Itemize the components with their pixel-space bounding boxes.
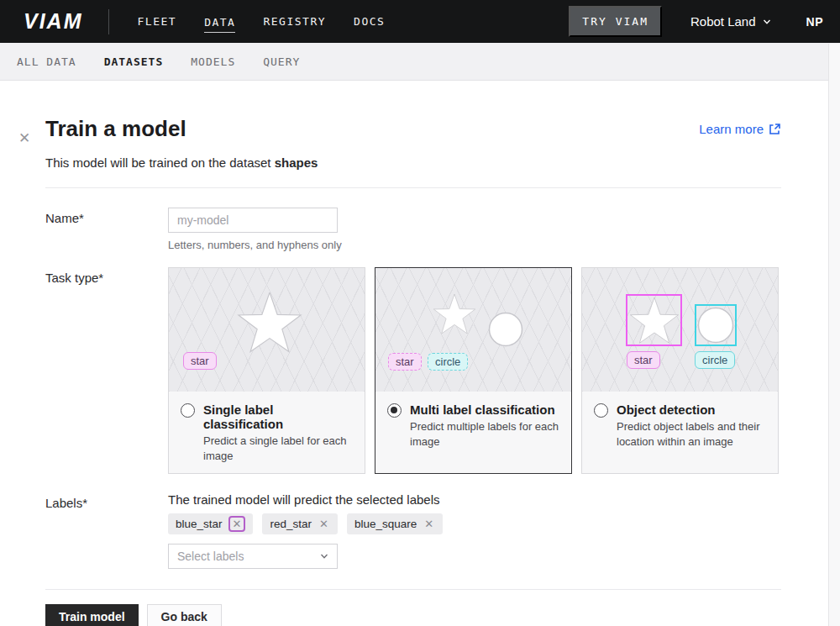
- train-model-button[interactable]: Train model: [45, 604, 139, 626]
- circle-shape: [488, 312, 523, 347]
- name-field-label: Name*: [45, 208, 168, 251]
- org-switcher[interactable]: Robot Land: [690, 14, 771, 29]
- single-label-preview: star: [169, 268, 365, 392]
- go-back-button[interactable]: Go back: [147, 604, 222, 626]
- section-divider: [45, 187, 781, 188]
- primary-nav: FLEET DATA REGISTRY DOCS: [138, 10, 386, 33]
- labels-select[interactable]: Select labels: [168, 544, 338, 569]
- star-shape: [237, 292, 302, 358]
- radio-single-label[interactable]: [181, 403, 195, 418]
- viam-logo[interactable]: VIAM: [24, 9, 83, 34]
- chip-text: red_star: [270, 518, 312, 530]
- tab-query[interactable]: QUERY: [263, 55, 300, 68]
- data-sub-navigation: ALL DATA DATASETS MODELS QUERY: [0, 43, 840, 81]
- circle-shape: [697, 307, 734, 344]
- org-name: Robot Land: [690, 14, 756, 29]
- circle-label-tag: circle: [695, 351, 735, 369]
- star-shape: [433, 294, 476, 338]
- tab-models[interactable]: MODELS: [191, 55, 235, 68]
- radio-multi-label[interactable]: [387, 403, 402, 418]
- label-chip-red-star: red_star ✕: [262, 513, 337, 534]
- remove-label-icon[interactable]: ✕: [423, 518, 435, 530]
- footer-divider: [45, 589, 781, 590]
- selected-labels: blue_star ✕ red_star ✕ blue_square ✕: [168, 513, 443, 534]
- name-field-hint: Letters, numbers, and hyphens only: [168, 239, 342, 251]
- try-viam-button[interactable]: TRY VIAM: [569, 6, 662, 37]
- task-type-label: Task type*: [45, 267, 168, 474]
- logo-divider: [108, 9, 109, 34]
- task-option-description: Predict a single label for each image: [203, 434, 353, 463]
- circle-label-tag: circle: [428, 353, 468, 371]
- close-icon[interactable]: ✕: [18, 132, 32, 145]
- labels-field-label: Labels*: [45, 492, 168, 569]
- nav-item-data[interactable]: DATA: [204, 11, 235, 33]
- train-model-panel: ✕ Train a model Learn more This model wi…: [0, 116, 840, 626]
- page-title: Train a model: [45, 116, 186, 142]
- task-option-title: Single label classification: [203, 402, 353, 431]
- tab-datasets[interactable]: DATASETS: [104, 55, 164, 68]
- star-shape: [629, 297, 680, 349]
- remove-label-icon[interactable]: ✕: [228, 516, 246, 532]
- star-label-tag: star: [183, 352, 217, 370]
- intro-prefix: This model will be trained on the datase…: [45, 155, 275, 170]
- intro-text: This model will be trained on the datase…: [45, 155, 840, 170]
- dataset-name: shapes: [275, 155, 318, 170]
- remove-label-icon[interactable]: ✕: [318, 518, 330, 530]
- task-option-object-detection[interactable]: star circle Object detection Predict obj…: [581, 267, 779, 474]
- task-option-title: Object detection: [617, 402, 766, 417]
- learn-more-link[interactable]: Learn more: [699, 122, 781, 136]
- learn-more-label: Learn more: [699, 122, 764, 136]
- chevron-down-icon: [320, 552, 328, 560]
- radio-object-detection[interactable]: [594, 403, 608, 418]
- nav-item-docs[interactable]: DOCS: [354, 10, 385, 33]
- task-option-description: Predict multiple labels for each image: [410, 419, 559, 449]
- label-chip-blue-star: blue_star ✕: [168, 513, 253, 534]
- star-label-tag: star: [388, 353, 422, 371]
- multi-label-preview: star circle: [375, 268, 571, 392]
- nav-item-fleet[interactable]: FLEET: [138, 10, 177, 33]
- select-placeholder: Select labels: [177, 550, 244, 563]
- star-label-tag: star: [627, 351, 660, 369]
- nav-item-registry[interactable]: REGISTRY: [263, 10, 326, 33]
- tab-all-data[interactable]: ALL DATA: [17, 55, 76, 68]
- chip-text: blue_star: [176, 518, 223, 530]
- top-navigation-bar: VIAM FLEET DATA REGISTRY DOCS TRY VIAM R…: [0, 0, 840, 43]
- chip-text: blue_square: [354, 518, 417, 530]
- external-link-icon: [769, 123, 781, 135]
- label-chip-blue-square: blue_square ✕: [347, 513, 443, 534]
- task-option-title: Multi label classification: [410, 402, 559, 417]
- task-option-description: Predict object labels and their location…: [617, 419, 766, 449]
- labels-description: The trained model will predict the selec…: [168, 492, 443, 507]
- chevron-down-icon: [763, 18, 771, 26]
- avatar[interactable]: NP: [806, 15, 823, 29]
- object-detection-preview: star circle: [582, 268, 778, 392]
- task-option-single-label[interactable]: star Single label classification Predict…: [168, 267, 365, 474]
- model-name-input[interactable]: [168, 208, 338, 233]
- task-option-multi-label[interactable]: star circle Multi label classification P…: [375, 267, 572, 474]
